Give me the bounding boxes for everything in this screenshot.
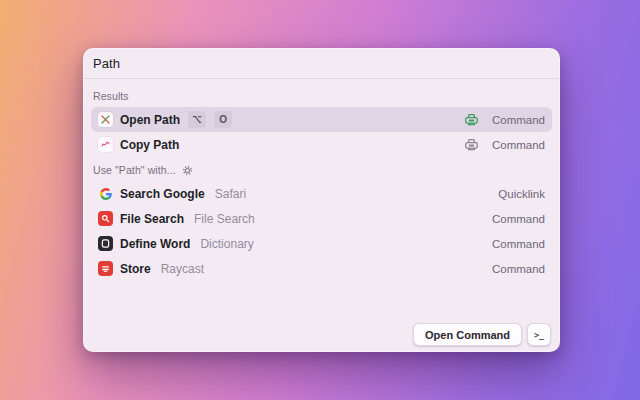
list-item-search-google[interactable]: Search Google Safari Quicklink [91,181,552,206]
row-subtitle: Dictionary [200,237,253,251]
results-list: Results Open Path O [84,79,559,281]
list-item-define-word[interactable]: Define Word Dictionary Command [91,231,552,256]
item-type-label: Command [492,114,545,126]
row-title: Open Path [120,113,180,127]
item-type-label: Command [492,139,545,151]
search-input[interactable]: Path [93,56,120,71]
row-title: Search Google [120,187,205,201]
row-title: Store [120,262,151,276]
row-title: Define Word [120,237,190,251]
option-key-icon [188,111,206,128]
list-item-copy-path[interactable]: Copy Path Command [91,132,552,157]
row-title: File Search [120,212,184,226]
list-item-file-search[interactable]: File Search File Search Command [91,206,552,231]
printer-icon [464,138,479,151]
raycast-store-icon [98,261,113,276]
terminal-prompt-key-icon[interactable]: >_ [527,323,551,346]
gear-icon[interactable] [182,165,193,176]
item-type-label: Command [492,238,545,250]
shortcut-key-badge: O [214,111,232,128]
copy-path-icon [98,137,113,152]
row-subtitle: Raycast [161,262,204,276]
path-extension-icon [98,112,113,127]
item-type-label: Command [492,263,545,275]
file-search-icon [98,211,113,226]
list-item-store[interactable]: Store Raycast Command [91,256,552,281]
launcher-window: Path Results Open Path O [83,48,560,352]
item-type-label: Quicklink [498,188,545,200]
row-title: Copy Path [120,138,179,152]
printer-icon [464,113,479,126]
item-type-label: Command [492,213,545,225]
google-icon [98,186,113,201]
list-item-open-path[interactable]: Open Path O Command [91,107,552,132]
results-section-label: Results [93,90,550,102]
dictionary-icon [98,236,113,251]
use-with-section-label: Use "Path" with... [93,164,550,176]
open-command-button[interactable]: Open Command [413,323,522,346]
action-bar: Open Command >_ [413,323,551,346]
row-subtitle: File Search [194,212,255,226]
row-subtitle: Safari [215,187,246,201]
search-bar[interactable]: Path [84,49,559,79]
